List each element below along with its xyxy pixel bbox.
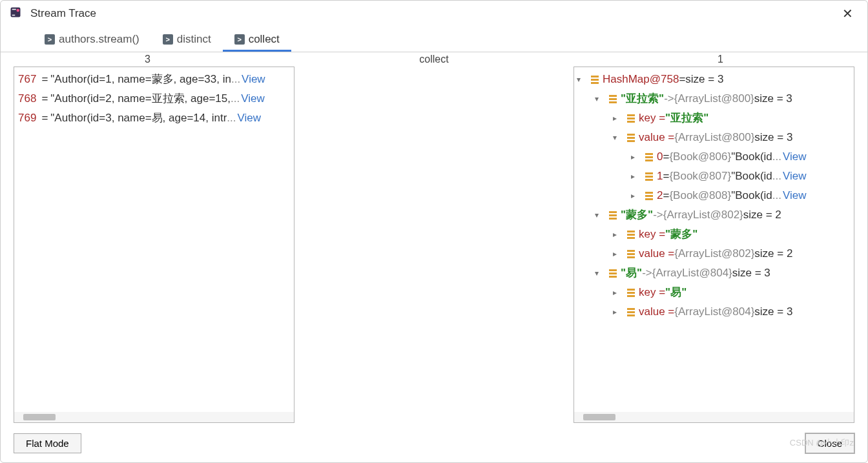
entry-size: size = 2 <box>743 205 781 225</box>
tree-entry[interactable]: ▾ "亚拉索" -> {ArrayList@800} size = 3 <box>574 89 854 108</box>
tab-label: authors.stream() <box>59 33 140 46</box>
object-id: 767 <box>18 70 36 89</box>
chevron-right-icon[interactable]: ▸ <box>631 186 641 205</box>
object-icon <box>609 269 617 278</box>
entry-valref: {ArrayList@800} <box>674 89 754 108</box>
chevron-right-icon[interactable]: ▸ <box>613 302 623 322</box>
tree-book-row[interactable]: ▸ 0 = {Book@806} "Book(id ... View <box>574 147 854 167</box>
view-link[interactable]: View <box>783 147 807 167</box>
tree-key-row[interactable]: ▸ key = "亚拉索" <box>574 108 854 128</box>
hashmap-name: HashMap@758 <box>603 70 679 89</box>
chevron-right-icon[interactable]: ▸ <box>613 283 623 302</box>
object-icon <box>627 308 635 316</box>
stream-tabs: > authors.stream() > distinct > collect <box>1 26 867 52</box>
tab-collect[interactable]: > collect <box>223 29 291 52</box>
tab-label: distinct <box>177 33 211 46</box>
object-icon <box>627 231 635 239</box>
lambda-icon: > <box>163 34 173 45</box>
entry-key: "易" <box>621 263 642 283</box>
close-icon[interactable]: ✕ <box>837 6 858 21</box>
chevron-down-icon[interactable]: ▾ <box>613 128 623 147</box>
entry-key: "蒙多" <box>621 205 653 225</box>
object-text: "Author(id=1, name=蒙多, age=33, in <box>50 70 231 89</box>
tree-book-row[interactable]: ▸ 1 = {Book@807} "Book(id ... View <box>574 167 854 186</box>
entry-size: size = 3 <box>754 89 792 108</box>
input-panel: 767 = "Author(id=1, name=蒙多, age=33, in … <box>14 67 294 423</box>
chevron-down-icon[interactable]: ▾ <box>577 70 587 89</box>
view-link[interactable]: View <box>783 167 807 186</box>
result-tree: ▾ HashMap@758 = size = 3 ▾ "亚拉索" -> {Arr… <box>574 67 854 412</box>
chevron-right-icon[interactable]: ▸ <box>631 147 641 167</box>
window-title: Stream Trace <box>30 7 837 20</box>
lambda-icon: > <box>234 34 245 45</box>
right-count: 1 <box>574 54 867 65</box>
view-link[interactable]: View <box>783 186 807 205</box>
object-text: "Author(id=2, name=亚拉索, age=15, <box>50 89 231 108</box>
tree-key-row[interactable]: ▸ key = "易" <box>574 283 854 302</box>
flat-mode-button[interactable]: Flat Mode <box>14 433 81 453</box>
tab-label: collect <box>249 33 280 46</box>
entry-size: size = 3 <box>732 263 770 283</box>
chevron-down-icon[interactable]: ▾ <box>595 89 605 108</box>
tree-book-row[interactable]: ▸ 2 = {Book@808} "Book(id ... View <box>574 186 854 205</box>
horizontal-scrollbar[interactable] <box>14 412 294 422</box>
panels: 767 = "Author(id=1, name=蒙多, age=33, in … <box>1 67 867 427</box>
tree-root[interactable]: ▾ HashMap@758 = size = 3 <box>574 70 854 89</box>
entry-valref: {ArrayList@802} <box>663 205 743 225</box>
tab-authors-stream[interactable]: > authors.stream() <box>33 29 151 52</box>
horizontal-scrollbar[interactable] <box>574 412 854 422</box>
stage-header: 3 collect 1 <box>1 52 867 67</box>
object-icon <box>591 76 599 84</box>
list-item[interactable]: 767 = "Author(id=1, name=蒙多, age=33, in … <box>14 70 294 89</box>
object-icon <box>627 134 635 142</box>
entry-key: "亚拉索" <box>621 89 664 108</box>
object-icon <box>645 172 653 181</box>
object-icon <box>609 95 617 103</box>
svg-rect-1 <box>12 9 16 10</box>
stage-label: collect <box>294 54 574 65</box>
titlebar: Stream Trace ✕ <box>1 1 867 26</box>
lambda-icon: > <box>45 34 55 45</box>
view-link[interactable]: View <box>241 89 265 108</box>
footer: Flat Mode Close <box>1 427 867 462</box>
view-link[interactable]: View <box>238 108 262 128</box>
input-list: 767 = "Author(id=1, name=蒙多, age=33, in … <box>14 67 294 412</box>
tree-key-row[interactable]: ▸ key = "蒙多" <box>574 225 854 244</box>
chevron-down-icon[interactable]: ▾ <box>595 263 605 283</box>
object-icon <box>627 289 635 297</box>
object-id: 769 <box>18 108 36 128</box>
list-item[interactable]: 769 = "Author(id=3, name=易, age=14, intr… <box>14 108 294 128</box>
chevron-right-icon[interactable]: ▸ <box>613 244 623 263</box>
tree-value-row[interactable]: ▾ value = {ArrayList@800} size = 3 <box>574 128 854 147</box>
tree-entry[interactable]: ▾ "易" -> {ArrayList@804} size = 3 <box>574 263 854 283</box>
tree-entry[interactable]: ▾ "蒙多" -> {ArrayList@802} size = 2 <box>574 205 854 225</box>
tab-distinct[interactable]: > distinct <box>151 29 223 52</box>
output-panel: ▾ HashMap@758 = size = 3 ▾ "亚拉索" -> {Arr… <box>574 67 854 423</box>
object-icon <box>627 250 635 258</box>
close-button[interactable]: Close <box>805 433 854 453</box>
object-icon <box>609 211 617 220</box>
chevron-right-icon[interactable]: ▸ <box>631 167 641 186</box>
stream-trace-window: Stream Trace ✕ > authors.stream() > dist… <box>0 0 868 463</box>
intellij-icon <box>10 6 24 21</box>
list-item[interactable]: 768 = "Author(id=2, name=亚拉索, age=15, ..… <box>14 89 294 108</box>
view-link[interactable]: View <box>242 70 265 89</box>
svg-rect-2 <box>12 15 16 16</box>
object-id: 768 <box>18 89 36 108</box>
object-text: "Author(id=3, name=易, age=14, intr <box>50 108 227 128</box>
chevron-right-icon[interactable]: ▸ <box>613 225 623 244</box>
object-icon <box>627 114 635 123</box>
object-icon <box>645 153 653 161</box>
object-icon <box>645 192 653 200</box>
chevron-right-icon[interactable]: ▸ <box>613 108 623 128</box>
left-count: 3 <box>1 54 294 65</box>
svg-point-3 <box>17 9 20 12</box>
tree-value-row[interactable]: ▸ value = {ArrayList@804} size = 3 <box>574 302 854 322</box>
size-text: size = 3 <box>685 70 723 89</box>
entry-valref: {ArrayList@804} <box>652 263 732 283</box>
tree-value-row[interactable]: ▸ value = {ArrayList@802} size = 2 <box>574 244 854 263</box>
chevron-down-icon[interactable]: ▾ <box>595 205 605 225</box>
